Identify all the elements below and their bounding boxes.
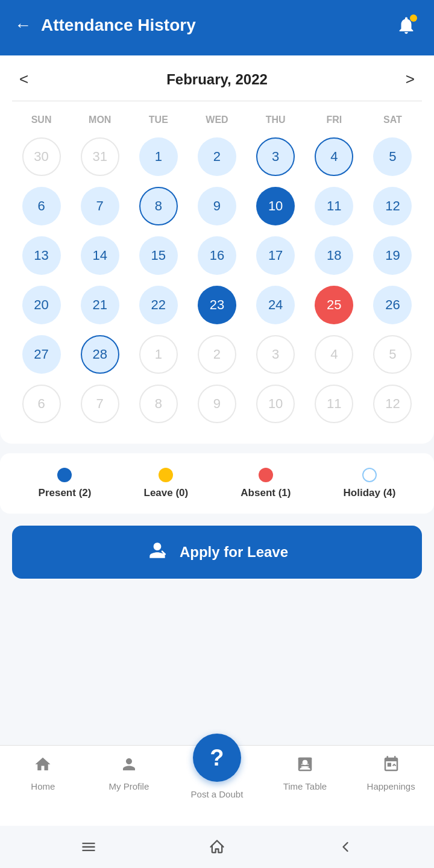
- home-nav-label: Home: [31, 781, 55, 791]
- nav-post-doubt[interactable]: ? Post a Doubt: [191, 734, 244, 799]
- day-circle: 7: [81, 187, 119, 225]
- next-month-button[interactable]: >: [398, 68, 422, 91]
- calendar-day[interactable]: 7: [71, 381, 129, 427]
- day-circle: 19: [373, 236, 412, 275]
- day-circle: 14: [81, 236, 119, 275]
- calendar-day[interactable]: 26: [363, 282, 422, 328]
- day-circle: 6: [22, 385, 61, 423]
- calendar-day[interactable]: 11: [305, 381, 363, 427]
- day-circle: 13: [22, 236, 61, 275]
- calendar-day[interactable]: 3: [247, 332, 305, 377]
- system-home-button[interactable]: [209, 838, 225, 855]
- day-circle: 16: [198, 236, 236, 275]
- apply-for-leave-button[interactable]: Apply for Leave: [12, 526, 422, 579]
- happenings-nav-label: Happenings: [367, 781, 415, 791]
- day-circle: 11: [315, 385, 353, 423]
- notification-dot: [410, 14, 417, 22]
- back-sys-icon: [337, 838, 354, 855]
- calendar-day[interactable]: 1: [129, 134, 187, 180]
- calendar-day[interactable]: 31: [71, 134, 129, 180]
- day-circle: 12: [373, 385, 412, 423]
- day-circle: 24: [256, 286, 295, 324]
- calendar-grid: 3031123456789101112131415161718192021222…: [12, 134, 422, 427]
- prev-month-button[interactable]: <: [12, 68, 36, 91]
- calendar-day[interactable]: 9: [187, 183, 246, 229]
- absent-label: Absent (1): [241, 487, 291, 499]
- system-back-button[interactable]: [337, 838, 354, 855]
- legend-leave: Leave (0): [144, 468, 189, 499]
- day-circle: 15: [139, 236, 178, 275]
- calendar-day[interactable]: 5: [363, 134, 422, 180]
- calendar-day[interactable]: 18: [305, 233, 363, 278]
- calendar-day[interactable]: 28: [71, 332, 129, 377]
- day-circle: 25: [315, 286, 353, 324]
- calendar-day[interactable]: 24: [247, 282, 305, 328]
- nav-home[interactable]: Home: [19, 755, 67, 791]
- calendar-day[interactable]: 20: [12, 282, 71, 328]
- calendar-day[interactable]: 4: [305, 332, 363, 377]
- calendar-day[interactable]: 8: [129, 183, 187, 229]
- bottom-navigation: Home My Profile ? Post a Doubt Time Tabl…: [0, 745, 434, 826]
- day-header-tue: TUE: [129, 112, 187, 128]
- nav-happenings[interactable]: Happenings: [367, 755, 415, 791]
- calendar-day[interactable]: 17: [247, 233, 305, 278]
- system-navigation: [0, 826, 434, 868]
- calendar-day[interactable]: 16: [187, 233, 246, 278]
- system-menu-button[interactable]: [80, 838, 97, 855]
- day-header-sun: SUN: [12, 112, 71, 128]
- calendar-day[interactable]: 27: [12, 332, 71, 377]
- calendar-day[interactable]: 30: [12, 134, 71, 180]
- calendar-day[interactable]: 3: [247, 134, 305, 180]
- day-circle: 6: [22, 187, 61, 225]
- calendar-day[interactable]: 5: [363, 332, 422, 377]
- calendar-day[interactable]: 2: [187, 332, 246, 377]
- calendar-day[interactable]: 22: [129, 282, 187, 328]
- calendar-day[interactable]: 10: [247, 381, 305, 427]
- day-circle: 4: [315, 335, 353, 374]
- calendar-day[interactable]: 19: [363, 233, 422, 278]
- calendar-day[interactable]: 8: [129, 381, 187, 427]
- day-circle: 17: [256, 236, 295, 275]
- my-profile-nav-label: My Profile: [109, 781, 149, 791]
- calendar-day[interactable]: 10: [247, 183, 305, 229]
- day-circle: 8: [139, 385, 178, 423]
- day-circle: 1: [139, 335, 178, 374]
- notification-button[interactable]: [393, 12, 420, 39]
- nav-time-table[interactable]: Time Table: [281, 755, 329, 791]
- day-circle: 4: [315, 137, 353, 176]
- absent-dot: [259, 468, 273, 482]
- day-circle: 11: [315, 187, 353, 225]
- calendar-day[interactable]: 12: [363, 381, 422, 427]
- month-navigation: < February, 2022 >: [12, 68, 422, 101]
- calendar-day[interactable]: 11: [305, 183, 363, 229]
- day-circle: 18: [315, 236, 353, 275]
- app-header: ← Attendance History: [0, 0, 434, 55]
- timetable-icon: [296, 755, 314, 778]
- calendar-day[interactable]: 4: [305, 134, 363, 180]
- page-title: Attendance History: [41, 16, 196, 35]
- back-button[interactable]: ←: [14, 16, 31, 35]
- calendar-day[interactable]: 13: [12, 233, 71, 278]
- legend-present: Present (2): [39, 468, 92, 499]
- day-circle: 10: [256, 187, 295, 225]
- happenings-icon: [382, 755, 400, 778]
- calendar-day[interactable]: 15: [129, 233, 187, 278]
- calendar-day[interactable]: 6: [12, 183, 71, 229]
- calendar-day[interactable]: 2: [187, 134, 246, 180]
- leave-dot: [159, 468, 173, 482]
- legend-row: Present (2) Leave (0) Absent (1) Holiday…: [12, 468, 422, 499]
- calendar-day[interactable]: 7: [71, 183, 129, 229]
- post-doubt-fab-circle: ?: [193, 734, 241, 782]
- calendar-day[interactable]: 25: [305, 282, 363, 328]
- calendar-day[interactable]: 14: [71, 233, 129, 278]
- day-header-wed: WED: [187, 112, 246, 128]
- calendar-day[interactable]: 1: [129, 332, 187, 377]
- calendar-day[interactable]: 21: [71, 282, 129, 328]
- calendar-day[interactable]: 12: [363, 183, 422, 229]
- calendar-day[interactable]: 23: [187, 282, 246, 328]
- calendar-day[interactable]: 6: [12, 381, 71, 427]
- nav-my-profile[interactable]: My Profile: [105, 755, 153, 791]
- day-circle: 10: [256, 385, 295, 423]
- svg-rect-1: [298, 758, 312, 760]
- calendar-day[interactable]: 9: [187, 381, 246, 427]
